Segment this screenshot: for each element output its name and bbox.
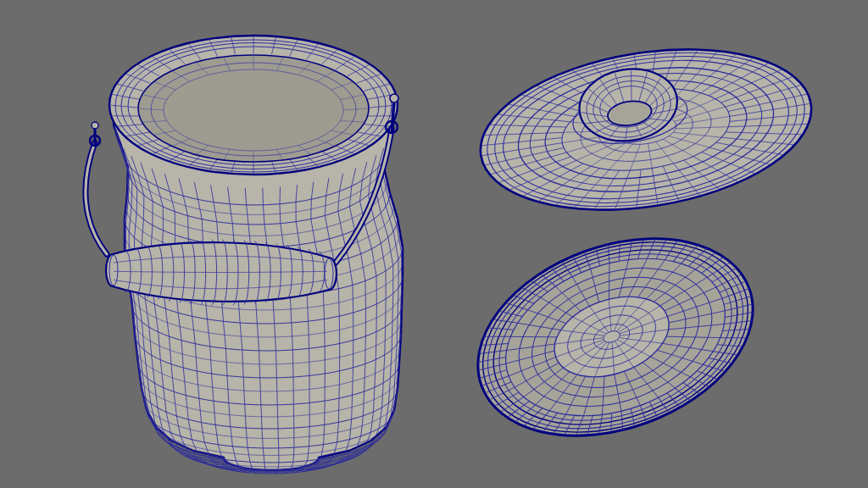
- 3d-viewport[interactable]: [0, 0, 868, 488]
- wireframe-scene: [0, 0, 868, 488]
- right-lug-ball: [390, 94, 398, 103]
- left-lug-ball: [92, 122, 98, 129]
